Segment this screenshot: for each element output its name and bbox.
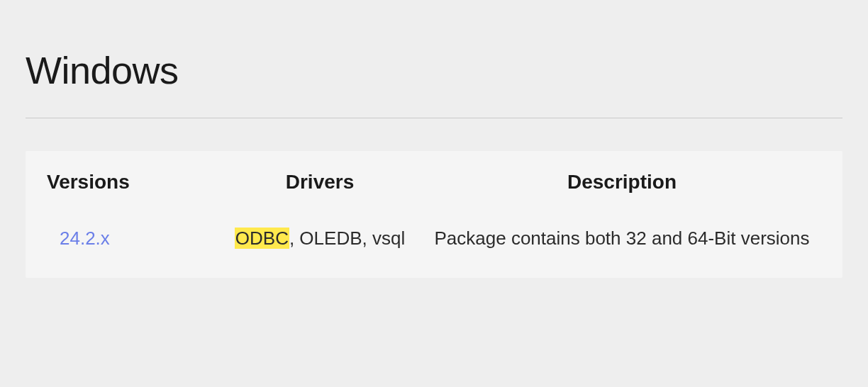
drivers-table: Versions Drivers Description 24.2.x ODBC… [26,151,842,278]
driver-rest: , OLEDB, vsql [289,228,405,249]
cell-description: Package contains both 32 and 64-Bit vers… [423,225,821,252]
section-container: Windows Versions Drivers Description 24.… [0,0,868,306]
table-header-row: Versions Drivers Description [26,151,842,209]
cell-drivers: ODBC, OLEDB, vsql [217,225,423,252]
column-header-description: Description [423,171,821,194]
section-divider [26,118,842,118]
page-title: Windows [26,48,842,92]
driver-highlight: ODBC [235,228,289,249]
column-header-versions: Versions [47,171,217,194]
cell-version: 24.2.x [47,225,217,252]
column-header-drivers: Drivers [217,171,423,194]
version-link[interactable]: 24.2.x [47,228,110,249]
table-row: 24.2.x ODBC, OLEDB, vsql Package contain… [26,209,842,278]
